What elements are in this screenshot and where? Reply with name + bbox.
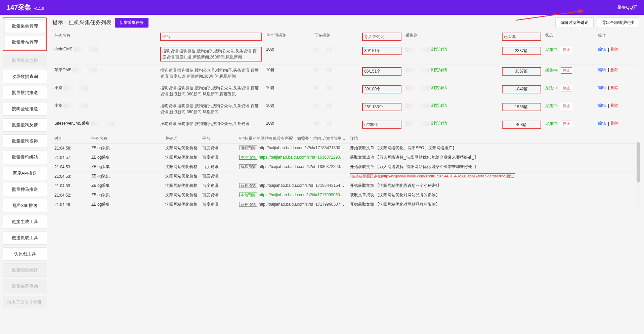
th-link: 链接(量小的网站可能没有匹配，如需要可群内反馈增加规则): [237, 134, 348, 143]
th-perword: 单个词采集: [264, 30, 312, 44]
cell-platform: 搜狗资讯,搜狗微信,搜狗知乎,搜狗公众号,头条资讯,百度资讯,百度知道,新浪新闻…: [158, 44, 264, 65]
local-preview-tag[interactable]: 本地预览: [239, 193, 257, 197]
cell-task: ZBlog采集: [89, 172, 163, 181]
sidebar-item-域名三方安全检测: 域名三方安全检测: [3, 296, 47, 309]
cell-name: dedeCMS: [52, 44, 158, 65]
export-error-button[interactable]: 导出全部错误链接: [597, 17, 639, 28]
edit-link[interactable]: 编辑: [598, 68, 606, 72]
task-row: dedeCMS 搜狗资讯,搜狗微信,搜狗知乎,搜狗公众号,头条资讯,百度资讯,百…: [52, 44, 639, 65]
pause-button[interactable]: 停止: [561, 121, 572, 127]
detail-link[interactable]: 浏览详情: [431, 103, 447, 108]
log-row: 21:04:53:ZBlog采集沈阳网站优化价格百度资讯远程预览http://b…: [52, 181, 639, 191]
pause-button[interactable]: 停止: [561, 103, 572, 109]
page-tip: 提示：挂机采集任务列表: [52, 19, 112, 26]
sidebar-item-批量神马推送[interactable]: 批量神马推送: [3, 183, 47, 196]
cell-detail: 开始获取文章 【沈阳网站优化告诉您一个小秘密!】: [348, 181, 639, 191]
delete-link[interactable]: 删除: [610, 85, 618, 90]
cell-platform: 搜狗资讯,搜狗微信,搜狗知乎,搜狗公众号,头条资讯: [158, 118, 264, 132]
edit-link[interactable]: 编辑: [598, 85, 606, 90]
app-version: v1.1.8: [34, 6, 44, 10]
cell-status: 采集中..停止: [543, 82, 596, 100]
cell-status: 采集中..停止: [543, 100, 596, 118]
cell-name: SiteserverCMS采集: [52, 118, 158, 132]
cell-time: 21:04:58:: [52, 143, 89, 153]
th-task: 任务名称: [89, 134, 163, 143]
edit-link[interactable]: 编辑: [598, 47, 606, 52]
th-time: 时间: [52, 134, 89, 143]
detail-link[interactable]: 浏览详情: [431, 68, 447, 72]
sidebar-item-收录数据查询[interactable]: 收录数据查询: [3, 70, 47, 83]
remote-preview-tag[interactable]: 远程预览: [239, 145, 257, 150]
remote-preview-tag[interactable]: 远程预览: [239, 202, 257, 207]
edit-link[interactable]: 编辑: [598, 103, 606, 108]
remote-preview-tag[interactable]: 远程预览: [239, 183, 257, 188]
log-row: 21:04:53:ZBlog采集沈阳网站优化价格百度资讯链接或标题已存在[htt…: [52, 172, 639, 181]
cell-task: ZBlog采集: [89, 191, 163, 200]
sidebar: 批量采集管理批量发布管理 批量排名监控收录数据查询批量搜狗推送搜狗验证推送批量搜…: [0, 15, 50, 312]
pause-button[interactable]: 停止: [561, 67, 572, 74]
cell-detail: 链接或标题已存在[http://baijiahao.baidu.com/s?id…: [348, 172, 639, 181]
th-op: 操作: [596, 30, 639, 44]
cell-already: 2387篇: [500, 44, 543, 65]
cell-op: 编辑| 删除: [596, 44, 639, 65]
new-task-button[interactable]: 新增采集任务: [115, 18, 148, 28]
th-running: 正在采集: [312, 30, 360, 44]
pause-button[interactable]: 停止: [561, 85, 572, 91]
sidebar-item-批量搜狗绑站[interactable]: 批量搜狗绑站: [3, 151, 47, 164]
cell-task: ZBlog采集: [89, 153, 163, 162]
remote-preview-tag[interactable]: 远程预览: [239, 164, 257, 169]
sidebar-item-链接生成工具[interactable]: 链接生成工具: [3, 215, 47, 228]
cell-status: 采集中..停止: [543, 44, 596, 65]
th-collected-to: 采集到: [403, 30, 500, 44]
sidebar-item-0[interactable]: 批量采集管理: [5, 19, 45, 33]
header-qq-link[interactable]: 采集QQ群: [617, 4, 637, 10]
log-scrollbar[interactable]: [636, 141, 641, 209]
detail-link[interactable]: 浏览详情: [431, 47, 447, 52]
delete-link[interactable]: 删除: [610, 68, 618, 72]
app-title: 147采集: [7, 3, 31, 12]
cell-keyword: 沈阳网站优化价格: [163, 162, 200, 172]
cell-platform: 百度资讯: [200, 143, 237, 153]
edit-link[interactable]: 编辑: [598, 121, 606, 126]
sidebar-item-批量搜狗推送[interactable]: 批量搜狗推送: [3, 86, 47, 99]
log-scrollbar-thumb[interactable]: [637, 142, 640, 182]
task-table-header-row: 任务名称 平台 单个词采集 正在采集 导入关键词 采集到 已采集 状态 操作: [52, 30, 639, 44]
cell-platform: 百度资讯: [200, 153, 237, 162]
sidebar-item-百度API推送[interactable]: 百度API推送: [3, 167, 47, 180]
log-table: 时间 任务名称 关键词 平台 链接(量小的网站可能没有匹配，如需要可群内反馈增加…: [52, 134, 639, 209]
cell-collected-to: 浏览详情: [403, 44, 500, 65]
cell-running: [312, 82, 360, 100]
sidebar-item-1[interactable]: 批量发布管理: [5, 36, 45, 49]
cell-name: 苹果CMS: [52, 65, 158, 82]
detail-link[interactable]: 浏览详情: [431, 85, 447, 90]
cell-link: [237, 172, 348, 181]
sidebar-item-批量备案查询: 批量备案查询: [3, 280, 47, 293]
delete-link[interactable]: 删除: [610, 47, 618, 52]
sidebar-item-伪原创工具[interactable]: 伪原创工具: [3, 247, 47, 261]
cell-op: 编辑| 删除: [596, 100, 639, 118]
sidebar-item-批量搜狗投诉[interactable]: 批量搜狗投诉: [3, 134, 47, 148]
sidebar-item-批量搜狗反馈[interactable]: 批量搜狗反馈: [3, 118, 47, 132]
cell-already: 1536篇: [500, 100, 543, 118]
cell-link: 远程预览https://baijiahao.baidu.com/s?id=163…: [237, 162, 348, 172]
cell-detail: 开始获取文章 【万人网络讲解_'沈阳网站优化'能给企业带来哪些好处_】: [348, 162, 639, 172]
sidebar-highlight-group: 批量采集管理批量发布管理: [3, 17, 47, 51]
pause-button[interactable]: 停止: [561, 47, 572, 53]
cell-platform: 搜狗资讯,搜狗微信,搜狗知乎,搜狗公众号,头条资讯,百度资讯,新浪新闻,360新…: [158, 100, 264, 118]
cell-link: 本地预览https://baijiahao.baidu.com/s?id=163…: [237, 153, 348, 162]
th-name: 任务名称: [52, 30, 158, 44]
detail-link[interactable]: 浏览详情: [431, 121, 447, 126]
th-status: 状态: [543, 30, 596, 44]
edit-filter-button[interactable]: 编辑过滤关键词: [555, 17, 594, 28]
th-keyword: 关键词: [163, 134, 200, 143]
cell-task: ZBlog采集: [89, 200, 163, 209]
sidebar-item-搜狗验证推送[interactable]: 搜狗验证推送: [3, 102, 47, 116]
delete-link[interactable]: 删除: [610, 103, 618, 108]
local-preview-tag[interactable]: 本地预览: [239, 155, 257, 160]
log-row: 21:04:52:ZBlog采集沈阳网站优化价格百度资讯本地预览https://…: [52, 191, 639, 200]
cell-collected-to: 浏览详情: [403, 65, 500, 82]
cell-imported: 26/1183个: [360, 100, 403, 118]
delete-link[interactable]: 删除: [610, 121, 618, 126]
sidebar-item-批量360推送[interactable]: 批量360推送: [3, 199, 47, 212]
sidebar-item-链接抓取工具[interactable]: 链接抓取工具: [3, 231, 47, 245]
